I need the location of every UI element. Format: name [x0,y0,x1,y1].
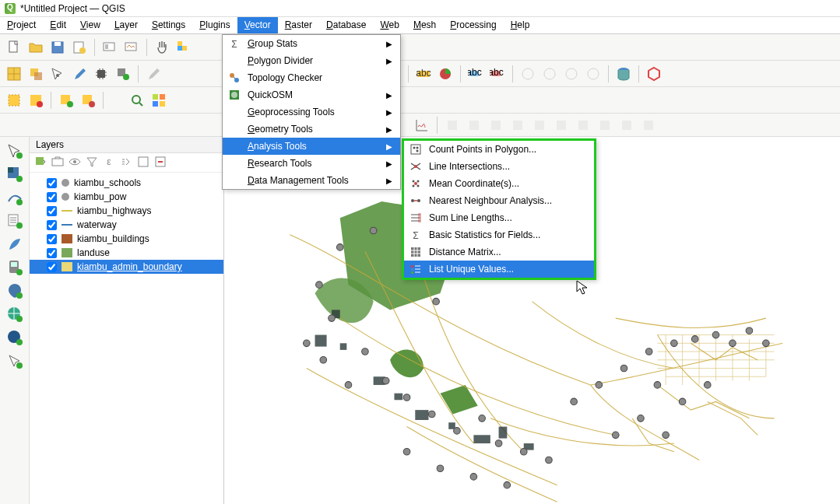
analysis-nearest-neighbour-analysis-[interactable]: Nearest Neighbour Analysis... [404,192,594,209]
layer-kiambu_schools[interactable]: kiambu_schools [30,176,223,190]
vector-menu-quickosm[interactable]: QuickOSM▶ [223,86,400,103]
plot-icon[interactable] [413,116,431,135]
database-button[interactable] [614,65,633,83]
add-wfs-button[interactable] [5,328,24,347]
open-attr-table-button[interactable] [5,65,23,83]
menu-help[interactable]: Help [504,17,537,33]
layer-swatch-icon [62,224,72,226]
add-raster-button[interactable] [5,165,24,184]
layer-visibility-checkbox[interactable] [47,206,57,216]
layer-name-label: kiambu_highways [77,205,151,216]
new-project-button[interactable] [5,38,23,57]
processor-icon[interactable] [92,65,111,83]
add-vector-button[interactable] [5,142,24,160]
vector-menu-analysis-tools[interactable]: Analysis Tools▶ [223,138,400,155]
generic-toolbar-button [562,65,581,83]
menu-view[interactable]: View [73,17,107,33]
layer-visibility-checkbox[interactable] [47,178,57,188]
add-group-button[interactable] [51,156,65,170]
layer-waterway[interactable]: waterway [30,218,223,232]
hexagon-button[interactable] [645,65,663,83]
highlight-label-button[interactable]: abc [488,65,507,83]
menu-item-label: Geometry Tools [248,124,380,135]
new-vector-button[interactable] [57,91,76,110]
visibility-toggle-button[interactable] [69,156,83,170]
vector-menu-research-tools[interactable]: Research Tools▶ [223,155,400,172]
menu-settings[interactable]: Settings [145,17,192,33]
menu-layer[interactable]: Layer [107,17,145,33]
analysis-mean-coordinate-s-[interactable]: Mean Coordinate(s)... [404,175,594,192]
expand-all-button[interactable] [120,156,134,170]
vector-menu-group-stats[interactable]: ΣGroup Stats▶ [223,35,400,52]
field-calc-button[interactable] [26,65,45,83]
vector-menu-geoprocessing-tools[interactable]: Geoprocessing Tools▶ [223,103,400,121]
diagram-button[interactable] [436,65,455,83]
menu-raster[interactable]: Raster [278,17,319,33]
layer-visibility-checkbox[interactable] [47,262,57,272]
toggle-editing-button[interactable] [48,65,67,83]
save-edits-button[interactable] [70,65,89,83]
layer-visibility-checkbox[interactable] [47,192,57,202]
style-preset-button[interactable] [34,156,48,170]
svg-point-14 [56,74,59,77]
filter-legend-button[interactable] [86,156,100,170]
analysis-list-unique-values-[interactable]: List Unique Values... [404,261,594,278]
menu-processing[interactable]: Processing [443,17,503,33]
save-project-button[interactable] [48,38,67,57]
add-feather-button[interactable] [5,235,24,254]
analysis-distance-matrix-[interactable]: Distance Matrix... [404,243,594,261]
layout-manager-button[interactable] [100,38,119,57]
svg-rect-63 [11,262,17,267]
new-print-layout-button[interactable] [70,38,89,57]
colored-select-button[interactable] [149,91,168,110]
menu-web[interactable]: Web [373,17,406,33]
deselect-button[interactable] [26,91,45,110]
remove-layer-button[interactable] [154,156,168,170]
layer-kiambu_pow[interactable]: kiambu_pow [30,190,223,204]
vector-menu-polygon-divider[interactable]: Polygon Divider▶ [223,52,400,69]
collapse-all-button[interactable] [137,156,151,170]
vector-menu-geometry-tools[interactable]: Geometry Tools▶ [223,121,400,138]
layer-landuse[interactable]: landuse [30,246,223,260]
open-project-button[interactable] [26,38,45,57]
analysis-sum-line-lengths-[interactable]: Sum Line Lengths... [404,209,594,226]
layer-kiambu_buildings[interactable]: kiambu_buildings [30,232,223,246]
svg-point-119 [320,356,327,363]
layer-visibility-checkbox[interactable] [47,234,57,244]
layer-kiambu_highways[interactable]: kiambu_highways [30,204,223,218]
pan-selection-button[interactable] [174,38,193,57]
menu-plugins[interactable]: Plugins [192,17,237,33]
svg-point-139 [414,182,417,185]
menu-project[interactable]: Project [0,17,43,33]
svg-point-110 [704,382,711,389]
layer-name-label: kiambu_admin_boundary [77,261,182,272]
analysis-count-points-in-polygon-[interactable]: Count Points in Polygon... [404,141,594,158]
new-scratch-button[interactable] [5,352,24,370]
vector-menu-data-management-tools[interactable]: Data Management Tools▶ [223,172,400,189]
vector-menu-topology-checker[interactable]: Topology Checker [223,69,400,86]
layer-visibility-checkbox[interactable] [47,248,57,258]
style-manager-button[interactable] [122,38,141,57]
menu-vector[interactable]: Vector [237,17,278,33]
add-mesh-button[interactable] [5,188,24,207]
locate-button[interactable] [128,91,146,110]
analysis-line-intersections-[interactable]: Line Intersections... [404,158,594,175]
layer-kiambu_admin_boundary[interactable]: kiambu_admin_boundary [30,260,223,274]
expression-filter-button[interactable]: ε [103,156,117,170]
menu-database[interactable]: Database [319,17,373,33]
add-spatialite-button[interactable] [5,282,24,300]
add-feature-button[interactable] [114,65,132,83]
new-raster-button[interactable] [79,91,97,110]
menu-mesh[interactable]: Mesh [406,17,443,33]
label-abc-button[interactable]: abc [414,65,433,83]
add-wms-button[interactable] [5,305,24,324]
pan-map-button[interactable] [153,38,171,57]
layer-visibility-checkbox[interactable] [47,220,57,230]
select-features-button[interactable] [5,91,23,110]
svg-point-111 [638,415,645,422]
analysis-basic-statistics-for-fields-[interactable]: ΣBasic Statistics for Fields... [404,226,594,243]
add-delimited-button[interactable] [5,212,24,230]
pin-label-button[interactable]: abc [466,65,485,83]
add-gps-button[interactable] [5,258,24,277]
menu-edit[interactable]: Edit [43,17,73,33]
